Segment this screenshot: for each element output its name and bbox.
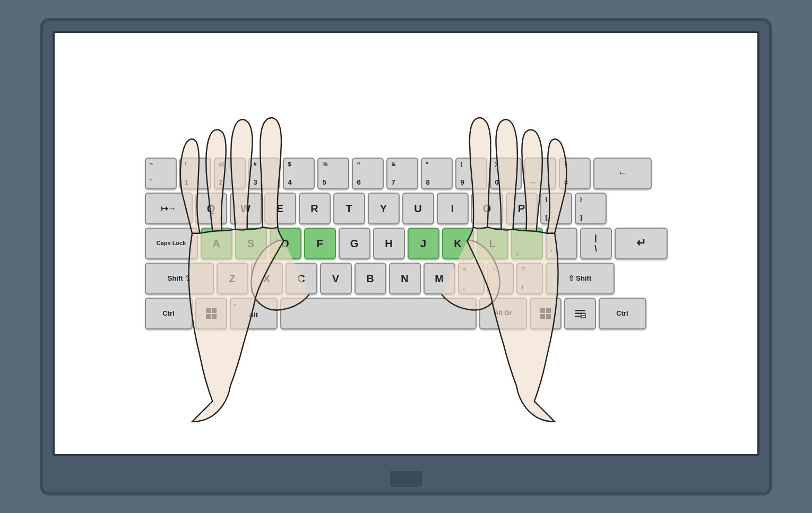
key-j[interactable]: J xyxy=(408,228,439,259)
key-enter[interactable]: ↵ xyxy=(615,228,668,259)
asdf-row: Caps Lock A S D F G H J K L :; "' |\ ↵ xyxy=(145,228,668,259)
key-6[interactable]: ^6 xyxy=(352,158,384,189)
monitor-screen: ~` !1 @2 #3 $4 %5 ^6 &7 *8 (9 )0 _— += ←… xyxy=(53,31,759,456)
key-c[interactable]: C xyxy=(286,263,317,294)
key-g[interactable]: G xyxy=(339,228,370,259)
key-o[interactable]: O xyxy=(471,193,503,224)
svg-rect-5 xyxy=(546,308,551,313)
key-shift-left[interactable]: Shift ⇧ xyxy=(145,263,214,294)
key-3[interactable]: #3 xyxy=(248,158,280,189)
zxcv-row: Shift ⇧ Z X C V B N M <, >. ?/ ⇧ Shift xyxy=(145,263,668,294)
key-tilde[interactable]: ~` xyxy=(145,158,177,189)
key-u[interactable]: U xyxy=(402,193,434,224)
key-quote[interactable]: "' xyxy=(546,228,577,259)
key-k[interactable]: K xyxy=(442,228,474,259)
key-backslash2[interactable]: |\ xyxy=(580,228,612,259)
key-p[interactable]: P xyxy=(506,193,538,224)
key-rbracket[interactable]: }] xyxy=(575,193,607,224)
key-v[interactable]: V xyxy=(320,263,352,294)
monitor-base-top xyxy=(353,459,459,471)
key-minus[interactable]: _— xyxy=(524,158,556,189)
key-x[interactable]: X xyxy=(251,263,283,294)
key-slash[interactable]: ?/ xyxy=(516,263,543,294)
key-e[interactable]: E xyxy=(264,193,296,224)
key-backspace[interactable]: ← xyxy=(593,158,652,189)
key-7[interactable]: &7 xyxy=(386,158,418,189)
number-row: ~` !1 @2 #3 $4 %5 ^6 &7 *8 (9 )0 _— += ← xyxy=(145,158,668,189)
key-menu[interactable] xyxy=(564,298,596,329)
keyboard-area: ~` !1 @2 #3 $4 %5 ^6 &7 *8 (9 )0 _— += ←… xyxy=(129,142,684,345)
key-h[interactable]: H xyxy=(373,228,405,259)
key-semicolon[interactable]: :; xyxy=(511,228,543,259)
key-n[interactable]: N xyxy=(389,263,421,294)
key-i[interactable]: I xyxy=(437,193,469,224)
key-win-right[interactable] xyxy=(530,298,562,329)
key-b[interactable]: B xyxy=(355,263,386,294)
key-ctrl-left[interactable]: Ctrl xyxy=(145,298,193,329)
key-f[interactable]: F xyxy=(304,228,336,259)
key-m[interactable]: M xyxy=(424,263,455,294)
key-s[interactable]: S xyxy=(235,228,267,259)
ctrl-row: Ctrl ⌐Alt Alt Gr xyxy=(145,298,668,329)
key-d[interactable]: D xyxy=(270,228,301,259)
key-q[interactable]: Q xyxy=(195,193,227,224)
svg-rect-4 xyxy=(540,308,545,313)
key-t[interactable]: T xyxy=(333,193,365,224)
key-period[interactable]: >. xyxy=(487,263,514,294)
qwerty-row: ↦→ Q W E R T Y U I O P {[ }] xyxy=(145,193,668,224)
key-9[interactable]: (9 xyxy=(455,158,487,189)
svg-rect-0 xyxy=(206,308,211,313)
key-alt-left[interactable]: ⌐Alt xyxy=(230,298,278,329)
key-z[interactable]: Z xyxy=(217,263,248,294)
key-8[interactable]: *8 xyxy=(421,158,453,189)
svg-rect-7 xyxy=(546,314,551,319)
key-ctrl-right[interactable]: Ctrl xyxy=(599,298,646,329)
svg-rect-1 xyxy=(212,308,217,313)
key-2[interactable]: @2 xyxy=(214,158,246,189)
key-lbracket[interactable]: {[ xyxy=(540,193,572,224)
key-l[interactable]: L xyxy=(477,228,508,259)
key-r[interactable]: R xyxy=(299,193,331,224)
key-1[interactable]: !1 xyxy=(179,158,211,189)
key-altgr[interactable]: Alt Gr xyxy=(479,298,527,329)
key-capslock[interactable]: Caps Lock xyxy=(145,228,198,259)
key-equals[interactable]: += xyxy=(559,158,591,189)
key-space[interactable] xyxy=(280,298,477,329)
key-w[interactable]: W xyxy=(230,193,262,224)
key-y[interactable]: Y xyxy=(368,193,400,224)
monitor-frame: ~` !1 @2 #3 $4 %5 ^6 &7 *8 (9 )0 _— += ←… xyxy=(40,18,772,495)
key-a[interactable]: A xyxy=(201,228,232,259)
svg-rect-2 xyxy=(206,314,211,319)
key-5[interactable]: %5 xyxy=(317,158,349,189)
svg-rect-6 xyxy=(540,314,545,319)
key-shift-right[interactable]: ⇧ Shift xyxy=(546,263,615,294)
monitor-stand xyxy=(390,471,422,487)
key-4[interactable]: $4 xyxy=(283,158,315,189)
key-0[interactable]: )0 xyxy=(490,158,522,189)
key-win-left[interactable] xyxy=(195,298,227,329)
key-tab[interactable]: ↦→ xyxy=(145,193,193,224)
key-comma[interactable]: <, xyxy=(458,263,485,294)
svg-rect-8 xyxy=(575,310,585,311)
svg-rect-3 xyxy=(212,314,217,319)
